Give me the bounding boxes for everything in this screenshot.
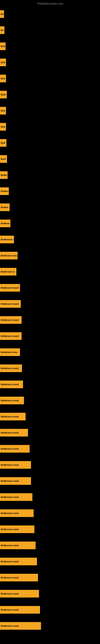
bar-label: Bottleneck resu [1,254,17,257]
bar-item: Bottleneck result [0,493,32,501]
bar-item: Bottleneck result [0,380,23,388]
bar-label: Bo [1,13,4,15]
bar-item: Bottleneck result [0,461,31,469]
bar-row: Bottlen [0,199,100,215]
bar-row: Bottleneck result [0,328,100,344]
bar-row: Bott [0,119,100,135]
bar-row: Bottl [0,86,100,103]
bar-row: Bottleneck result [0,505,100,521]
bar-row: Bottleneck result [0,392,100,408]
bar-label: Bottleneck result [1,625,19,627]
bar-item: Bottlene [0,220,10,227]
bar-label: Bottleneck result [1,528,19,530]
bar-item: Bottleneck result [0,429,28,436]
bar-item: Bottleneck resu [0,348,20,356]
bar-label: Bottleneck r [1,238,14,241]
bar-row: Bott [0,38,100,54]
bar-row: Bottleneck result [0,425,100,441]
bar-label: Bottleneck result [1,480,19,482]
bar-row: Bottleneck result [0,473,100,489]
bar-row: Bottleneck result [0,570,100,586]
bar-item: Bottlen [0,204,10,211]
bar-label: Bottleneck result [1,319,19,321]
bar-label: Bottleneck result [1,496,19,498]
bar-item: Bottleneck result [0,590,39,598]
bar-label: Bottl [1,94,6,96]
bar-label: Bott [1,126,5,128]
bar-row: Bo [0,6,100,22]
bar-row: Bottleneck result [0,602,100,618]
bar-row: Bottleneck result [0,376,100,392]
bar-label: Bottleneck result [1,432,19,434]
bar-item: Bottleneck result [0,606,40,614]
bar-item: Bott [0,107,6,114]
bar-label: Bottl [1,158,6,160]
bar-row: Bottleneck result [0,457,100,473]
bar-item: Bottleneck result [0,509,34,517]
bar-label: Bottleneck result [1,512,19,514]
bar-item: Bott [0,75,6,82]
bar-item: Bottleneck result [0,316,22,324]
bar-label: Bottleneck result [1,399,19,402]
bar-label: Bottleneck re [1,270,15,273]
bar-item: Bottl [0,91,7,98]
bar-item: Bottleneck re [0,268,16,276]
bar-row: Bott [0,135,100,151]
bar-row: Bottleneck result [0,280,100,296]
bar-item: Bottlen [0,187,9,195]
bar-row: Bottle [0,167,100,183]
bar-label: Bottle [1,174,7,176]
bar-item: Bottleneck result [0,558,37,565]
bar-item: Bottleneck result [0,445,30,452]
bar-label: Bott [1,110,5,112]
bar-label: Bottleneck result [1,544,19,546]
bar-row: Bott [0,54,100,70]
bar-label: Bott [1,61,5,64]
bar-item: Bottleneck result [0,332,22,340]
bar-label: Bott [1,142,5,144]
bar-label: Bottleneck result [1,303,19,305]
bar-item: Bottle [0,171,8,179]
bar-label: Bottleneck result [1,367,19,370]
bar-row: Bottleneck r [0,232,100,248]
bar-label: Bottleneck result [1,383,19,386]
bar-label: Bottleneck result [1,286,19,289]
bar-row: Bottleneck result [0,312,100,328]
bar-item: Bottl [0,155,7,163]
bar-label: Bottleneck result [1,592,19,595]
bar-item: Bottleneck result [0,526,34,533]
bar-row: Bottleneck result [0,521,100,537]
bar-label: Bottlen [1,190,8,192]
bar-label: Bottleneck result [1,448,19,450]
bars-container: BoBoBottBottBottBottlBottBottBottBottlBo… [0,6,100,634]
bar-label: Bott [1,77,5,80]
bar-label: Bottleneck result [1,608,19,611]
bar-row: Bo [0,22,100,38]
bar-item: Bottleneck result [0,300,21,308]
bar-item: Bott [0,42,6,50]
bar-item: Bo [0,26,4,34]
bar-item: Bottleneck result [0,622,41,630]
bar-item: Bottleneck result [0,477,31,485]
bar-row: Bottleneck re [0,264,100,280]
bar-label: Bottleneck result [1,576,19,579]
bar-row: Bott [0,103,100,119]
bar-row: Bottleneck result [0,360,100,376]
bar-item: Bottleneck result [0,397,24,404]
bar-item: Bottleneck result [0,413,26,420]
bar-row: Bottleneck result [0,408,100,425]
bar-item: Bott [0,58,6,66]
bar-row: Bottlen [0,183,100,199]
bar-row: Bott [0,70,100,86]
bar-row: Bottleneck result [0,618,100,634]
bar-row: Bottleneck resu [0,344,100,360]
bar-label: Bottleneck resu [1,351,17,354]
bar-row: Bottl [0,151,100,167]
bar-label: Bottleneck result [1,416,19,418]
bar-row: Bottleneck result [0,537,100,554]
bar-item: Bott [0,123,6,130]
bar-item: Bottleneck result [0,574,38,582]
bar-item: Bottleneck result [0,542,36,549]
bar-item: Bott [0,139,6,147]
bar-item: Bottleneck result [0,364,22,372]
